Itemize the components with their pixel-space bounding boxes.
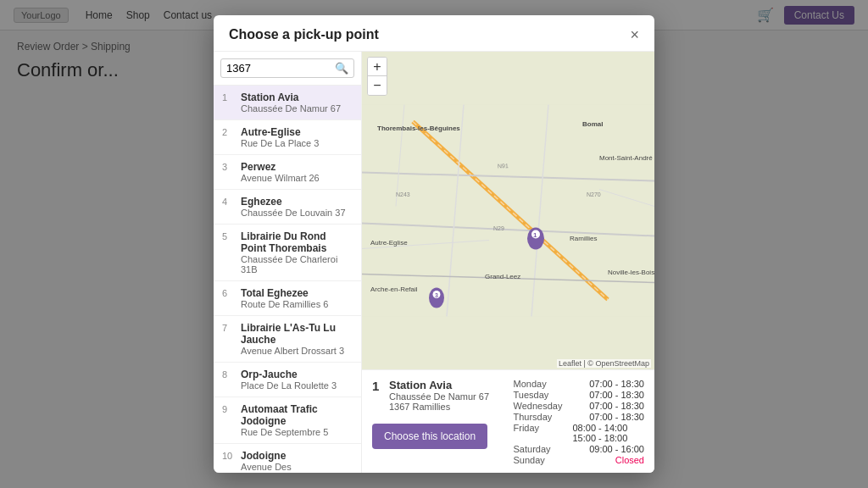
detail-number: 1	[372, 379, 384, 393]
schedule-row: Friday 08:00 - 14:00 15:00 - 18:00	[514, 423, 645, 443]
loc-num: 8	[222, 369, 236, 391]
location-list: 1 Station Avia Chaussée De Namur 67 2 Au…	[214, 86, 361, 473]
loc-addr: Place De La Roulette 3	[241, 380, 337, 391]
schedule-time: 09:00 - 16:00	[589, 444, 644, 454]
loc-num: 4	[222, 196, 236, 218]
modal-close-button[interactable]: ×	[630, 27, 639, 42]
svg-text:N29: N29	[493, 225, 504, 231]
loc-info: Eghezee Chaussée De Louvain 37	[241, 196, 346, 218]
search-input[interactable]	[226, 62, 335, 75]
schedule-day: Tuesday	[514, 390, 573, 400]
zoom-out-button[interactable]: −	[368, 76, 387, 95]
right-panel: N91 N243 N270 N29 Thorembais-les-Béguine…	[362, 52, 654, 473]
loc-addr: Chaussée De Louvain 37	[241, 208, 346, 218]
schedule-row: Sunday Closed	[514, 455, 645, 465]
schedule-row: Saturday 09:00 - 16:00	[514, 444, 645, 454]
zoom-in-button[interactable]: +	[368, 58, 387, 76]
schedule-row: Wednesday 07:00 - 18:30	[514, 401, 645, 411]
detail-schedule: Monday 07:00 - 18:30 Tuesday 07:00 - 18:…	[514, 379, 645, 466]
search-icon: 🔍	[335, 62, 348, 75]
list-item[interactable]: 9 Automaat Trafic Jodoigne Rue De Septem…	[214, 397, 361, 444]
list-item[interactable]: 8 Orp-Jauche Place De La Roulette 3	[214, 363, 361, 397]
loc-info: Librairie L'As-Tu Lu Jauche Avenue Alber…	[241, 322, 353, 356]
schedule-time: 07:00 - 18:30	[589, 390, 644, 400]
schedule-row: Tuesday 07:00 - 18:30	[514, 390, 645, 400]
detail-info: Station Avia Chaussée De Namur 67 1367 R…	[389, 379, 489, 419]
svg-text:N243: N243	[396, 191, 410, 197]
list-item[interactable]: 2 Autre-Eglise Rue De La Place 3	[214, 120, 361, 155]
svg-text:Noville-les-Bois: Noville-les-Bois	[608, 269, 654, 276]
list-item[interactable]: 7 Librairie L'As-Tu Lu Jauche Avenue Alb…	[214, 316, 361, 363]
loc-name: Station Avia	[241, 92, 341, 103]
loc-num: 1	[222, 92, 236, 114]
loc-addr: Rue De La Place 3	[241, 138, 319, 148]
svg-text:Arche-en-Refail: Arche-en-Refail	[370, 286, 418, 293]
list-item[interactable]: 3 Perwez Avenue Wilmart 26	[214, 155, 361, 190]
loc-info: Jodoigne Avenue Des Commandants Borlée 4…	[241, 450, 353, 473]
loc-name: Automaat Trafic Jodoigne	[241, 403, 353, 427]
schedule-row: Thursday 07:00 - 18:30	[514, 412, 645, 422]
detail-top: 1 Station Avia Chaussée De Namur 67 1367…	[372, 379, 644, 466]
loc-name: Librairie Du Rond Point Thorembais	[241, 230, 353, 254]
list-item[interactable]: 5 Librairie Du Rond Point Thorembais Cha…	[214, 225, 361, 281]
loc-info: Librairie Du Rond Point Thorembais Chaus…	[241, 230, 353, 274]
loc-addr: Avenue Des Commandants Borlée 42	[241, 462, 353, 473]
pickup-modal: Choose a pick-up point × 🔍 1 Station Avi…	[214, 15, 654, 473]
schedule-row: Monday 07:00 - 18:30	[514, 379, 645, 389]
list-item[interactable]: 4 Eghezee Chaussée De Louvain 37	[214, 190, 361, 225]
loc-num: 5	[222, 230, 236, 274]
loc-addr: Route De Ramillies 6	[241, 299, 328, 309]
map-area: N91 N243 N270 N29 Thorembais-les-Béguine…	[362, 52, 654, 369]
loc-info: Total Eghezee Route De Ramillies 6	[241, 287, 328, 309]
loc-addr: Chaussée De Namur 67	[241, 103, 341, 114]
detail-name: Station Avia	[389, 379, 489, 391]
detail-panel: 1 Station Avia Chaussée De Namur 67 1367…	[362, 369, 654, 473]
schedule-day: Monday	[514, 379, 573, 389]
svg-text:3: 3	[435, 292, 438, 298]
schedule-day: Wednesday	[514, 401, 573, 411]
loc-info: Automaat Trafic Jodoigne Rue De Septembr…	[241, 403, 353, 437]
list-item[interactable]: 1 Station Avia Chaussée De Namur 67	[214, 86, 361, 120]
modal-overlay: Choose a pick-up point × 🔍 1 Station Avi…	[0, 0, 868, 488]
schedule-day: Sunday	[514, 455, 573, 465]
loc-name: Jodoigne	[241, 450, 353, 462]
loc-name: Librairie L'As-Tu Lu Jauche	[241, 322, 353, 346]
svg-text:1: 1	[533, 231, 537, 239]
search-input-wrap: 🔍	[220, 58, 354, 78]
loc-num: 7	[222, 322, 236, 356]
loc-num: 9	[222, 403, 236, 437]
schedule-time: 08:00 - 14:00 15:00 - 18:00	[573, 423, 645, 443]
search-box: 🔍	[214, 52, 361, 86]
schedule-time: 07:00 - 18:30	[589, 379, 644, 389]
svg-text:N91: N91	[498, 163, 509, 169]
loc-num: 2	[222, 126, 236, 148]
location-list-panel: 🔍 1 Station Avia Chaussée De Namur 67 2 …	[214, 52, 362, 473]
loc-name: Perwez	[241, 161, 320, 173]
loc-num: 10	[222, 450, 236, 473]
schedule-time: 07:00 - 18:30	[589, 412, 644, 422]
loc-addr: Avenue Albert Drossart 3	[241, 346, 353, 356]
detail-num-name: 1 Station Avia Chaussée De Namur 67 1367…	[372, 379, 504, 419]
loc-num: 6	[222, 287, 236, 309]
loc-name: Total Eghezee	[241, 287, 328, 299]
modal-title: Choose a pick-up point	[229, 27, 379, 42]
loc-name: Autre-Eglise	[241, 126, 319, 138]
schedule-time: 07:00 - 18:30	[589, 401, 644, 411]
svg-text:Mont-Saint-André: Mont-Saint-André	[599, 154, 653, 162]
map-attribution: Leaflet | © OpenStreetMap	[557, 359, 651, 368]
choose-location-button[interactable]: Choose this location	[372, 424, 487, 449]
schedule-time: Closed	[615, 455, 644, 465]
detail-city: 1367 Ramillies	[389, 402, 489, 412]
loc-num: 3	[222, 161, 236, 183]
list-item[interactable]: 6 Total Eghezee Route De Ramillies 6	[214, 281, 361, 316]
loc-info: Station Avia Chaussée De Namur 67	[241, 92, 341, 114]
svg-text:Grand-Leez: Grand-Leez	[485, 273, 520, 280]
list-item[interactable]: 10 Jodoigne Avenue Des Commandants Borlé…	[214, 444, 361, 473]
svg-text:N270: N270	[587, 191, 601, 197]
schedule-day: Friday	[514, 423, 573, 443]
schedule-day: Saturday	[514, 444, 573, 454]
svg-text:Autre-Eglise: Autre-Eglise	[370, 239, 408, 247]
loc-info: Autre-Eglise Rue De La Place 3	[241, 126, 319, 148]
loc-info: Perwez Avenue Wilmart 26	[241, 161, 320, 183]
detail-address: Chaussée De Namur 67	[389, 391, 489, 402]
